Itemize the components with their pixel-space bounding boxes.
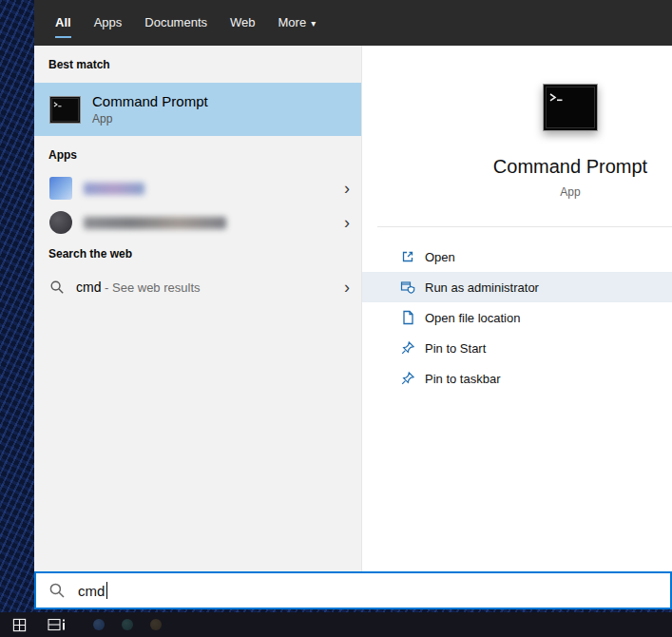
tab-label: More xyxy=(278,15,307,29)
search-the-web-header: Search the web xyxy=(48,247,132,261)
divider xyxy=(377,226,672,227)
app-icon xyxy=(49,177,72,200)
action-label: Pin to taskbar xyxy=(425,372,501,386)
taskbar xyxy=(0,612,672,637)
action-open-file-location[interactable]: Open file location xyxy=(362,302,672,333)
taskbar-app-icon[interactable] xyxy=(150,619,162,630)
start-button[interactable] xyxy=(0,612,38,637)
pin-icon xyxy=(400,371,415,386)
taskbar-app-icon[interactable] xyxy=(122,619,133,630)
tab-label: Apps xyxy=(94,15,123,29)
action-pin-to-taskbar[interactable]: Pin to taskbar xyxy=(362,363,672,394)
app-result-1[interactable]: › xyxy=(34,171,361,205)
tab-label: Documents xyxy=(144,15,207,29)
tab-apps[interactable]: Apps xyxy=(94,0,123,46)
results-pane: Best match Command Prompt App Apps › xyxy=(34,46,361,571)
search-input[interactable]: cmd xyxy=(78,583,105,599)
action-label: Run as administrator xyxy=(425,280,539,295)
task-view-button[interactable] xyxy=(38,612,76,637)
tab-more[interactable]: More▾ xyxy=(278,0,317,46)
tab-label: All xyxy=(55,15,71,29)
best-match-text: Command Prompt App xyxy=(92,93,208,125)
text-caret xyxy=(106,582,107,599)
query-text: cmd xyxy=(76,280,101,295)
search-icon xyxy=(49,280,65,295)
open-icon xyxy=(400,249,415,264)
app-icon xyxy=(49,211,72,234)
preview-type: App xyxy=(428,185,672,199)
tab-documents[interactable]: Documents xyxy=(144,0,207,46)
taskbar-search-box[interactable]: cmd xyxy=(34,571,672,609)
chevron-right-icon[interactable]: › xyxy=(344,214,350,231)
search-filter-tabs: All Apps Documents Web More▾ xyxy=(34,0,672,46)
preview-pane: Command Prompt App Open Run xyxy=(361,46,672,571)
taskbar-app-icon[interactable] xyxy=(93,619,105,630)
admin-shield-icon xyxy=(400,280,415,295)
tab-label: Web xyxy=(230,15,256,29)
web-result-text: cmd - See web results xyxy=(76,280,201,295)
apps-header: Apps xyxy=(48,148,77,162)
action-pin-to-start[interactable]: Pin to Start xyxy=(362,333,672,363)
result-type: App xyxy=(92,112,208,125)
command-prompt-icon xyxy=(49,96,81,124)
action-run-as-administrator[interactable]: Run as administrator xyxy=(362,272,672,302)
chevron-right-icon[interactable]: › xyxy=(344,180,350,197)
best-match-header: Best match xyxy=(48,58,110,71)
tab-all[interactable]: All xyxy=(55,0,71,46)
redacted-app-name xyxy=(84,217,226,229)
best-match-result-command-prompt[interactable]: Command Prompt App xyxy=(34,83,361,136)
pin-icon xyxy=(400,340,415,356)
action-label: Open xyxy=(425,250,455,264)
action-label: Open file location xyxy=(425,311,520,325)
result-title: Command Prompt xyxy=(92,93,208,109)
tab-web[interactable]: Web xyxy=(230,0,256,46)
windows-search-flyout: All Apps Documents Web More▾ Best match … xyxy=(34,0,672,609)
preview-title: Command Prompt xyxy=(428,156,672,178)
command-prompt-icon-large xyxy=(543,84,598,131)
action-open[interactable]: Open xyxy=(362,241,672,272)
context-actions: Open Run as administrator Open file xyxy=(362,241,672,394)
see-web-results-text: - See web results xyxy=(101,280,200,295)
chevron-right-icon[interactable]: › xyxy=(344,279,350,296)
app-result-2[interactable]: › xyxy=(34,205,361,240)
chevron-down-icon: ▾ xyxy=(311,18,316,29)
action-label: Pin to Start xyxy=(425,341,486,356)
redacted-app-name xyxy=(84,183,144,195)
search-icon xyxy=(48,582,66,599)
file-location-icon xyxy=(400,310,415,325)
web-search-result[interactable]: cmd - See web results › xyxy=(34,270,361,304)
